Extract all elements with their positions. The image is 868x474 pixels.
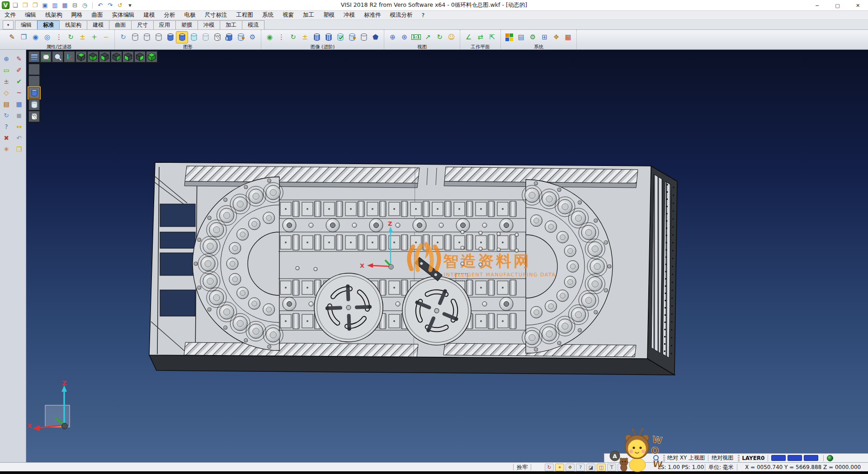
regen-graphics-icon[interactable]: ↻: [118, 32, 129, 43]
menu-item-15[interactable]: 冲模: [339, 11, 359, 19]
adv-traffic-light-icon[interactable]: ⋮: [276, 32, 287, 43]
adv-show-icon[interactable]: ◉: [264, 32, 275, 43]
filter-remove-icon[interactable]: −: [100, 32, 112, 43]
mascot-widget[interactable]: A W O W: [609, 428, 669, 473]
print-icon[interactable]: ⊟: [71, 1, 79, 9]
shaded-view-icon[interactable]: [165, 32, 176, 43]
axis-orient-button[interactable]: [64, 51, 75, 62]
color-swatch-2[interactable]: [788, 455, 802, 461]
view-right-button[interactable]: [134, 51, 146, 62]
snap-lock-label[interactable]: 拴牢: [517, 464, 528, 471]
display-hidden-button[interactable]: [28, 76, 40, 87]
translucent-view-icon[interactable]: [188, 32, 199, 43]
menu-item-4[interactable]: 曲面: [87, 11, 108, 19]
minimize-button[interactable]: ─: [807, 0, 827, 11]
toggle-visibility-icon[interactable]: ±: [77, 32, 88, 43]
measure-distance-icon[interactable]: ↔: [14, 121, 25, 132]
import-file-icon[interactable]: ❐: [31, 1, 39, 9]
wire-cylinder-icon[interactable]: [358, 32, 369, 43]
attributes-edit-icon[interactable]: ✎: [6, 32, 18, 43]
zoom-all-icon[interactable]: ⊛: [399, 32, 410, 43]
menu-item-5[interactable]: 实体编辑: [108, 11, 139, 19]
sketch-curve-icon[interactable]: ~: [14, 87, 25, 98]
adv-refresh-icon[interactable]: ↻: [288, 32, 299, 43]
menu-item-12[interactable]: 视窗: [278, 11, 298, 19]
tab-加工[interactable]: 加工: [220, 20, 242, 29]
pick-bucket-icon[interactable]: ❖: [566, 464, 575, 471]
tab-塑膜[interactable]: 塑膜: [175, 20, 198, 29]
save-icon[interactable]: ▣: [41, 1, 49, 9]
new-file-icon[interactable]: ❏: [11, 1, 19, 9]
view-mode-label[interactable]: 绝对 XY 上视图: [667, 454, 705, 462]
menu-item-0[interactable]: 文件: [0, 11, 20, 19]
confirm-check-icon[interactable]: ✔: [14, 76, 25, 86]
striped-cylinder-alt-icon[interactable]: [323, 32, 334, 43]
render-copy-icon[interactable]: [235, 32, 246, 43]
menu-item-16[interactable]: 标准件: [359, 11, 386, 19]
tab-线架构[interactable]: 线架构: [59, 20, 87, 29]
view-orient-icon[interactable]: ◇: [1, 87, 12, 98]
menu-item-13[interactable]: 加工: [298, 11, 319, 19]
menu-item-10[interactable]: 工程图: [232, 11, 258, 19]
display-shaded-button[interactable]: [28, 87, 40, 99]
edit-curve-icon[interactable]: ✐: [14, 65, 25, 75]
workplane-align-icon[interactable]: ⇱: [486, 32, 498, 43]
tab-尺寸[interactable]: 尺寸: [131, 20, 154, 29]
workplane-swap-icon[interactable]: ⇄: [475, 32, 486, 43]
refresh-visibility-icon[interactable]: ↻: [65, 32, 76, 43]
visi-logo[interactable]: V: [2, 1, 9, 9]
magic-wand-icon[interactable]: ✦: [555, 464, 564, 471]
display-translucent-button[interactable]: [28, 99, 40, 110]
menu-item-11[interactable]: 系统: [258, 11, 278, 19]
shaded-edges-view-icon[interactable]: [176, 32, 188, 43]
compass-icon[interactable]: ✳: [1, 144, 12, 154]
export-cylinder-icon[interactable]: [346, 32, 358, 43]
view-left-button[interactable]: [123, 51, 134, 62]
color-swatch-3[interactable]: [804, 455, 818, 461]
hidden-line-view-icon[interactable]: [141, 32, 152, 43]
tab-模流[interactable]: 模流: [242, 20, 264, 29]
refresh-view-icon[interactable]: ↻: [1, 110, 12, 120]
hide-cube-icon[interactable]: ◪: [586, 464, 595, 471]
view-front-button[interactable]: [99, 51, 110, 62]
tab-应用[interactable]: 应用: [153, 20, 176, 29]
menu-item-7[interactable]: 分析: [160, 11, 180, 19]
preview-icon[interactable]: ◷: [80, 1, 89, 9]
profile-settings-icon[interactable]: ▤: [515, 32, 527, 43]
film-grid-icon[interactable]: ▦: [562, 32, 574, 43]
tab-曲面[interactable]: 曲面: [109, 20, 132, 29]
tab-list-caret[interactable]: ▾: [3, 20, 14, 29]
menu-item-3[interactable]: 网格: [67, 11, 87, 19]
adv-toggle-icon[interactable]: ±: [299, 32, 311, 43]
view-face-icon[interactable]: ☺: [446, 32, 457, 43]
viewbar-menu-button[interactable]: [28, 51, 40, 62]
zoom-in-icon[interactable]: ⊕: [387, 32, 398, 43]
view-arrow-icon[interactable]: ↗: [422, 32, 434, 43]
menu-item-1[interactable]: 编辑: [20, 11, 41, 19]
qat-options-caret[interactable]: ▾: [126, 1, 134, 9]
zoom-window-icon[interactable]: ▭: [1, 65, 12, 75]
close-button[interactable]: ✕: [848, 0, 868, 11]
zoom-scale-icon[interactable]: ±: [1, 76, 12, 86]
grid-window-icon[interactable]: ▦: [14, 99, 25, 109]
dashed-hidden-view-icon[interactable]: [153, 32, 164, 43]
menu-item-2[interactable]: 线架构: [41, 11, 67, 19]
tab-冲模[interactable]: 冲模: [198, 20, 220, 29]
show-add-entities-icon[interactable]: ◉: [30, 32, 41, 43]
undo-last-icon[interactable]: ↶: [14, 133, 25, 143]
wireframe-view-icon[interactable]: [129, 32, 141, 43]
workplane-create-icon[interactable]: ∠: [463, 32, 474, 43]
save-as-icon[interactable]: ▥: [51, 1, 59, 9]
menu-help[interactable]: ?: [417, 11, 429, 19]
menu-item-9[interactable]: 尺寸标注: [200, 11, 232, 19]
maximize-button[interactable]: ▢: [827, 0, 848, 11]
undo-icon[interactable]: ↶: [96, 1, 104, 9]
view-back-button[interactable]: [111, 51, 122, 62]
menu-item-17[interactable]: 模流分析: [386, 11, 417, 19]
solid-cube-icon[interactable]: ◼: [14, 110, 25, 120]
view-top-button[interactable]: [75, 51, 87, 62]
snap-refresh-icon[interactable]: ↻: [545, 464, 554, 471]
export-icon[interactable]: ▦: [61, 1, 69, 9]
hatched-view-icon[interactable]: [212, 32, 223, 43]
menu-item-8[interactable]: 电极: [180, 11, 200, 19]
